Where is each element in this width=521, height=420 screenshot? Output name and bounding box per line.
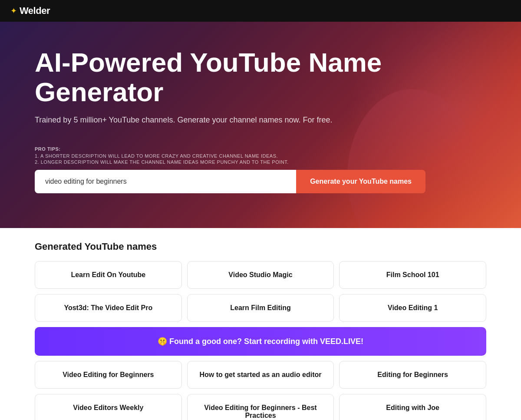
- search-input[interactable]: [35, 170, 296, 193]
- name-card[interactable]: Video Editors Weekly: [35, 394, 182, 420]
- name-card[interactable]: Film School 101: [339, 261, 486, 289]
- names-grid: Learn Edit On YoutubeVideo Studio MagicF…: [35, 261, 486, 420]
- results-title: Generated YouTube names: [35, 241, 486, 252]
- name-card[interactable]: Yost3d: The Video Edit Pro: [35, 294, 182, 322]
- name-card[interactable]: Video Editing for Beginners - Best Pract…: [187, 394, 334, 420]
- generate-button[interactable]: Generate your YouTube names: [296, 170, 425, 193]
- hero-subtitle: Trained by 5 million+ YouTube channels. …: [35, 116, 486, 125]
- pro-tips-label: PRO TIPS:: [35, 146, 486, 152]
- search-bar: Generate your YouTube names: [35, 170, 425, 193]
- pro-tip-1: 1. A SHORTER DESCRIPTION WILL LEAD TO MO…: [35, 153, 486, 159]
- cta-banner[interactable]: 🤫 Found a good one? Start recording with…: [35, 327, 486, 356]
- hero-title: AI-Powered YouTube Name Generator: [35, 48, 486, 107]
- name-card[interactable]: Learn Film Editing: [187, 294, 334, 322]
- name-card[interactable]: Learn Edit On Youtube: [35, 261, 182, 289]
- pro-tip-2: 2. LONGER DESCRIPTION WILL MAKE THE CHAN…: [35, 159, 486, 165]
- name-card[interactable]: Video Editing 1: [339, 294, 486, 322]
- name-card[interactable]: How to get started as an audio editor: [187, 361, 334, 389]
- hero-section: AI-Powered YouTube Name Generator Traine…: [0, 22, 521, 228]
- app-header: ✦ Welder: [0, 0, 521, 22]
- name-card[interactable]: Video Studio Magic: [187, 261, 334, 289]
- results-section: Generated YouTube names Learn Edit On Yo…: [0, 228, 521, 420]
- name-card[interactable]: Editing with Joe: [339, 394, 486, 420]
- logo-icon: ✦: [10, 6, 17, 16]
- pro-tips: PRO TIPS: 1. A SHORTER DESCRIPTION WILL …: [35, 146, 486, 165]
- name-card[interactable]: Editing for Beginners: [339, 361, 486, 389]
- name-card[interactable]: Video Editing for Beginners: [35, 361, 182, 389]
- logo-text: Welder: [20, 5, 50, 17]
